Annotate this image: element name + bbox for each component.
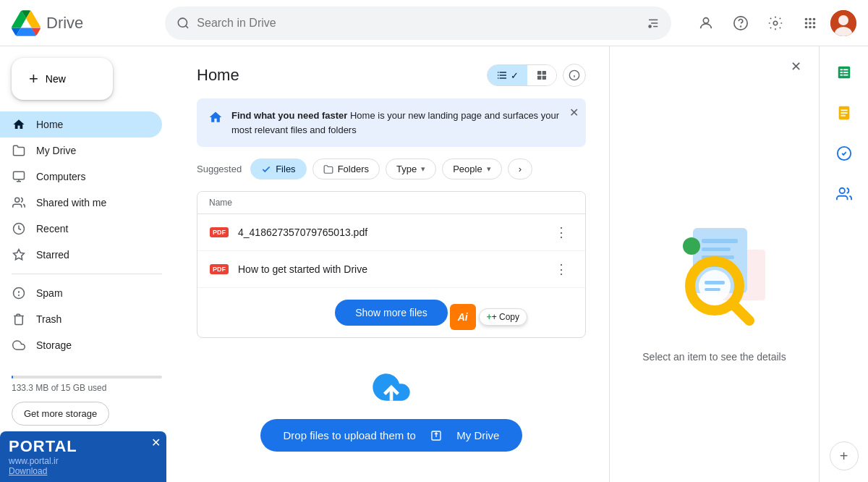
table-row[interactable]: PDF 4_418627357079765013.pdf ⋮	[197, 214, 585, 251]
portal-download[interactable]: Download	[9, 466, 158, 476]
svg-rect-57	[705, 281, 725, 284]
show-more-container: Show more files Ai + + Copy	[197, 288, 585, 337]
svg-point-15	[813, 22, 816, 25]
sidebar-item-recent[interactable]: Recent	[0, 216, 162, 242]
right-panel-contacts[interactable]	[830, 179, 859, 208]
svg-rect-63	[843, 72, 848, 73]
filter-chip-files[interactable]: Files	[250, 158, 306, 179]
storage-bar-bg	[12, 376, 162, 379]
content-area: Home ✓	[174, 46, 609, 482]
search-bar[interactable]	[165, 7, 671, 40]
more-filters-icon: ›	[519, 164, 522, 174]
page-title: Home	[197, 66, 239, 85]
sidebar-item-shared-me[interactable]: Shared with me	[0, 190, 162, 216]
sidebar: + New Home My Drive Computers	[0, 46, 174, 443]
new-button[interactable]: + New	[12, 58, 113, 100]
sidebar-wrapper: + New Home My Drive Computers	[0, 46, 174, 482]
ai-copy-tooltip: Ai + + Copy	[450, 304, 527, 330]
view-toggle: ✓	[487, 64, 557, 86]
people-dropdown-icon: ▾	[487, 164, 491, 174]
sidebar-item-starred[interactable]: Starred	[0, 242, 162, 268]
sidebar-item-trash[interactable]: Trash	[0, 306, 162, 332]
sidebar-item-computers[interactable]: Computers	[0, 164, 162, 190]
sidebar-item-home[interactable]: Home	[0, 111, 162, 138]
svg-rect-31	[498, 72, 498, 72]
details-close-button[interactable]: ✕	[784, 55, 807, 78]
right-panel-tasks[interactable]	[830, 139, 859, 168]
account-button[interactable]	[692, 9, 720, 38]
nav-separator	[12, 274, 162, 274]
filter-chip-type[interactable]: Type ▾	[386, 158, 436, 179]
show-more-button[interactable]: Show more files	[335, 300, 448, 326]
topbar-right	[692, 9, 856, 38]
file-name: 4_418627357079765013.pdf	[238, 227, 549, 238]
recent-icon	[12, 221, 26, 236]
svg-point-53	[683, 237, 700, 255]
content-header: Home ✓	[197, 64, 586, 87]
right-panel-sheets[interactable]	[830, 58, 859, 87]
filter-chip-folders[interactable]: Folders	[312, 158, 380, 179]
info-button[interactable]	[563, 64, 586, 87]
drop-text-label: Drop files to upload them to	[284, 429, 416, 441]
user-avatar[interactable]	[830, 10, 856, 36]
table-row[interactable]: PDF How to get started with Drive ⋮	[197, 251, 585, 288]
details-empty-illustration	[642, 206, 787, 337]
right-panel-add-button[interactable]: +	[830, 441, 859, 470]
banner-close-button[interactable]: ✕	[569, 106, 579, 119]
file-more-button[interactable]: ⋮	[549, 258, 574, 280]
svg-point-11	[809, 17, 812, 20]
svg-point-16	[805, 25, 808, 28]
apps-button[interactable]	[796, 9, 825, 38]
filters-row: Suggested Files Folders Type ▾ People ▾ …	[197, 158, 586, 179]
topbar: Drive	[0, 0, 868, 46]
svg-point-55	[699, 270, 731, 302]
folder-icon	[323, 164, 333, 174]
svg-point-8	[741, 26, 741, 27]
ai-illustrator-icon: Ai	[450, 304, 476, 330]
storage-icon	[12, 338, 26, 352]
sidebar-item-my-drive[interactable]: My Drive	[0, 138, 162, 164]
portal-close-icon[interactable]: ✕	[151, 436, 161, 449]
banner-home-icon	[208, 110, 223, 128]
svg-point-30	[19, 295, 20, 296]
filter-chip-people[interactable]: People ▾	[442, 158, 501, 179]
svg-rect-60	[840, 69, 843, 70]
filter-files-label: Files	[276, 164, 295, 174]
details-panel: ✕ Select a	[609, 46, 819, 482]
portal-url: www.portal.ir	[9, 456, 158, 466]
grid-view-button[interactable]	[527, 65, 556, 85]
svg-point-25	[15, 198, 20, 202]
svg-rect-49	[702, 239, 738, 243]
pdf-badge: PDF	[210, 227, 229, 237]
sidebar-label-home: Home	[36, 119, 63, 130]
list-view-button[interactable]: ✓	[488, 65, 527, 85]
settings-button[interactable]	[761, 9, 790, 38]
svg-point-5	[649, 25, 651, 28]
svg-rect-22	[14, 172, 25, 179]
pdf-icon: PDF	[209, 222, 229, 242]
svg-rect-35	[498, 77, 498, 78]
file-more-button[interactable]: ⋮	[549, 221, 574, 243]
file-section: Name PDF 4_418627357079765013.pdf ⋮ PDF …	[197, 191, 586, 338]
header-actions: ✓	[487, 64, 586, 87]
tune-icon[interactable]	[647, 16, 660, 30]
svg-rect-65	[843, 75, 848, 76]
sidebar-item-spam[interactable]: Spam	[0, 280, 162, 306]
star-icon	[12, 248, 26, 262]
svg-point-6	[703, 17, 708, 22]
storage-text: 133.3 MB of 15 GB used	[12, 383, 162, 393]
help-button[interactable]	[726, 9, 755, 38]
right-panel-docs[interactable]	[830, 98, 859, 127]
portal-title: PORTAL	[9, 437, 158, 456]
get-more-storage-button[interactable]: Get more storage	[12, 402, 109, 426]
copy-badge[interactable]: + + Copy	[479, 308, 527, 326]
info-icon	[569, 69, 580, 81]
drive-logo-icon	[12, 9, 41, 38]
search-input[interactable]	[197, 17, 639, 30]
drop-drive-label: My Drive	[456, 429, 499, 441]
sidebar-item-storage[interactable]: Storage	[0, 332, 162, 358]
info-banner: Find what you need faster Home is your n…	[197, 98, 586, 147]
svg-point-18	[813, 25, 816, 28]
filter-type-label: Type	[396, 164, 417, 174]
filter-chip-more[interactable]: ›	[508, 158, 532, 179]
